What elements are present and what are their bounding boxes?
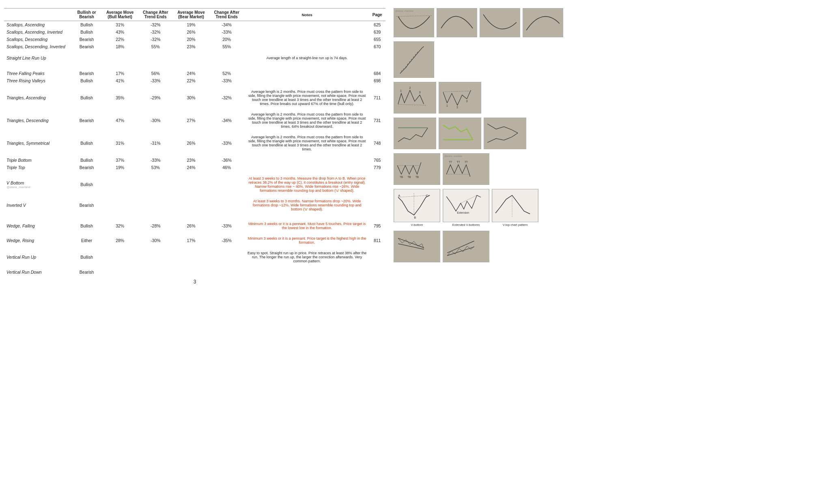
- svg-rect-36: [443, 154, 489, 184]
- table-row: Three Rising ValleysBullish41%-33%22%-33…: [4, 77, 385, 84]
- thumb-tri-asc: [394, 118, 436, 149]
- cell-bullish: Bearish: [71, 43, 103, 50]
- table-row: Triple BottomBullish37%-33%23%-36%765: [4, 157, 385, 164]
- scallop-desc-svg: [480, 9, 520, 37]
- cell-pattern-name: Triple Bottom: [4, 157, 71, 164]
- vbottom-svg: A B C: [394, 189, 440, 222]
- cell-chg-bear: 55%: [208, 43, 245, 50]
- cell-bullish: Bullish: [71, 134, 103, 152]
- cell-notes: Average length is 2 months. Price must c…: [245, 111, 369, 130]
- cell-chg-bull: -31%: [137, 134, 174, 152]
- cell-avg-bear: 22%: [174, 77, 209, 84]
- thumb-scallop-desc: [480, 8, 520, 37]
- cell-notes: [245, 157, 369, 164]
- svg-rect-4: [523, 9, 562, 37]
- svg-rect-52: [394, 231, 439, 262]
- svg-rect-41: [394, 189, 439, 222]
- cell-page: [369, 54, 385, 62]
- svg-text:2: 2: [409, 86, 411, 89]
- cell-page: 639: [369, 28, 385, 36]
- svg-rect-2: [437, 9, 476, 37]
- table-row: [4, 171, 385, 175]
- table-header: Bullish orBearish Average Move(Bull Mark…: [4, 9, 385, 21]
- cell-page: 811: [369, 235, 385, 246]
- cell-chg-bull: 56%: [137, 70, 174, 77]
- vtop-with-caption: V-top chart pattern: [492, 189, 538, 227]
- cell-avg-bull: 22%: [103, 36, 137, 43]
- cell-pattern-name: Scallops, Descending, Inverted: [4, 43, 71, 50]
- svg-rect-28: [439, 118, 480, 149]
- cell-avg-bull: 17%: [103, 70, 137, 77]
- cell-chg-bull: -28%: [137, 221, 174, 231]
- col-header-change-bull: Change AfterTrend Ends: [137, 9, 174, 21]
- svg-rect-0: [394, 9, 433, 37]
- cell-pattern-name: Vertical Run Down: [4, 268, 71, 276]
- table-row: [4, 194, 385, 198]
- cell-notes: At least 3 weeks to 3 months. Measure th…: [245, 175, 369, 194]
- cell-chg-bull: -29%: [137, 88, 174, 107]
- cell-chg-bear: -36%: [208, 157, 245, 164]
- svg-rect-5: [394, 42, 434, 77]
- table-row: [4, 152, 385, 157]
- right-section: @dana_marlane: [390, 8, 827, 496]
- cell-chg-bear: -33%: [208, 221, 245, 231]
- thumb-scallop-desc-inv: [523, 8, 563, 37]
- cell-notes: Average length is 2 months. Price must c…: [245, 88, 369, 107]
- cell-chg-bear: -33%: [208, 134, 245, 152]
- svg-text:TT: TT: [465, 161, 468, 163]
- cell-chg-bear: [208, 250, 245, 264]
- cell-pattern-name: Vertical Run Up: [4, 250, 71, 264]
- table-row: Inverted VBearishAt least 3 weeks to 3 m…: [4, 198, 385, 212]
- cell-avg-bull: [103, 198, 137, 212]
- cell-bullish: Either: [71, 235, 103, 246]
- cell-bullish: Bullish: [71, 250, 103, 264]
- cell-notes: [245, 70, 369, 77]
- cell-notes: [245, 268, 369, 276]
- cell-avg-bull: [103, 54, 137, 62]
- svg-text:TB: TB: [416, 176, 419, 178]
- cell-chg-bear: -33%: [208, 77, 245, 84]
- thumb-scallop-asc: @dana_marlane: [394, 8, 434, 37]
- cell-bullish: Bullish: [71, 221, 103, 231]
- table-row: Triangles, SymmetricalBullish31%-31%26%-…: [4, 134, 385, 152]
- cell-chg-bull: 55%: [137, 43, 174, 50]
- cell-avg-bull: 31%: [103, 21, 137, 29]
- svg-text:1: 1: [400, 89, 402, 92]
- cell-pattern-name: Straight Line Run Up: [4, 54, 71, 62]
- cell-chg-bear: [208, 268, 245, 276]
- svg-rect-55: [443, 231, 489, 262]
- cell-pattern-name: Three Rising Valleys: [4, 77, 71, 84]
- thumb-vbottom: A B C: [394, 189, 440, 222]
- svg-rect-31: [394, 154, 439, 184]
- table-row: Scallops, Descending, InvertedBearish18%…: [4, 43, 385, 50]
- table-row: [4, 212, 385, 217]
- cell-chg-bull: [137, 198, 174, 212]
- cell-page: 748: [369, 134, 385, 152]
- cell-page: 779: [369, 164, 385, 171]
- cell-chg-bull: -33%: [137, 77, 174, 84]
- cell-avg-bear: [174, 268, 209, 276]
- cell-pattern-name: Triangles, Symmetrical: [4, 134, 71, 152]
- tri-sym-svg: [484, 118, 526, 149]
- cell-avg-bull: 19%: [103, 164, 137, 171]
- cell-chg-bull: 53%: [137, 164, 174, 171]
- cell-avg-bear: 17%: [174, 235, 209, 246]
- thumb-three-peaks: 1 2 3: [394, 82, 436, 114]
- vtop-caption: V-top chart pattern: [503, 223, 528, 227]
- table-row: Wedge, RisingEither28%-30%17%-35%Minimum…: [4, 235, 385, 246]
- watermark-5: @dana_marlane: [444, 155, 462, 157]
- svg-rect-3: [480, 9, 519, 37]
- watermark-1: @dana_marlane: [395, 10, 413, 12]
- cell-pattern-name: Wedge, Rising: [4, 235, 71, 246]
- table-row: [4, 231, 385, 235]
- cell-pattern-name: Three Falling Peaks: [4, 70, 71, 77]
- thumb-triple-top: @dana_marlane TT TT TT: [443, 153, 489, 185]
- triple-bt-svg: TB TB TB: [394, 154, 440, 184]
- cell-chg-bull: [137, 54, 174, 62]
- cell-avg-bear: [174, 198, 209, 212]
- cell-avg-bull: 43%: [103, 28, 137, 36]
- cell-avg-bear: 19%: [174, 21, 209, 29]
- cell-page: 765: [369, 157, 385, 164]
- cell-page: [369, 268, 385, 276]
- cell-chg-bull: -32%: [137, 21, 174, 29]
